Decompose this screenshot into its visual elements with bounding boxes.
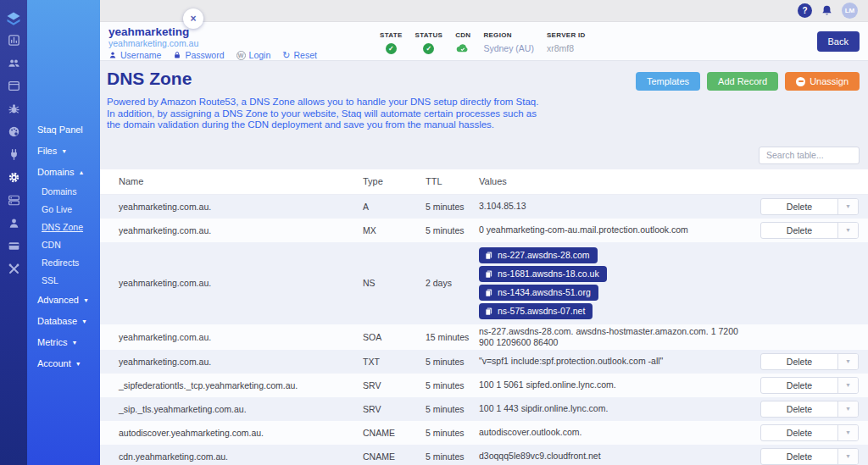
main-column: ? LM × yeahmarketing yeahmarketing.com.a… (100, 0, 868, 465)
team-icon[interactable] (8, 57, 20, 69)
ns-chip-list: ns-227.awsdns-28.comns-1681.awsdns-18.co… (479, 244, 749, 323)
stat-state: STATE✓ (380, 31, 403, 54)
sidebar-item-metrics[interactable]: Metrics▼ (27, 331, 100, 352)
browser-icon[interactable] (8, 80, 20, 92)
delete-button[interactable]: Delete▼ (760, 222, 859, 239)
app-window: Staq PanelFiles▼Domains▲DomainsGo LiveDN… (0, 0, 868, 465)
column-header-name: Name (119, 176, 363, 186)
cdn-cloud-icon (456, 43, 470, 53)
delete-button[interactable]: Delete▼ (760, 448, 859, 465)
sidebar-item-label: Go Live (42, 204, 72, 214)
record-actions: Delete▼ (756, 222, 868, 239)
unassign-button[interactable]: Unassign (785, 72, 860, 91)
sidebar-item-go-live[interactable]: Go Live (27, 200, 100, 218)
table-row: autodiscover.yeahmarketing.com.au.CNAME5… (100, 421, 868, 445)
user-avatar[interactable]: LM (842, 3, 858, 19)
delete-dropdown-toggle[interactable]: ▼ (837, 401, 858, 417)
search-input[interactable] (759, 147, 860, 164)
site-link-password[interactable]: Password (173, 50, 224, 60)
site-link-username[interactable]: Username (108, 50, 161, 60)
stat-label: CDN (455, 31, 470, 39)
bug-icon[interactable] (8, 102, 20, 115)
delete-button[interactable]: Delete▼ (760, 353, 859, 370)
copy-icon (484, 251, 493, 260)
sidebar-item-domains[interactable]: Domains▲ (27, 161, 100, 182)
sidebar-item-staq-panel[interactable]: Staq Panel (27, 119, 100, 140)
description-line: the domain validation during the CDN dep… (107, 119, 868, 131)
site-link-label: Login (249, 50, 271, 60)
sidebar-item-redirects[interactable]: Redirects (27, 253, 100, 271)
record-values: ns-227.awsdns-28.comns-1681.awsdns-18.co… (479, 244, 756, 323)
delete-dropdown-toggle[interactable]: ▼ (837, 378, 858, 393)
icon-rail (0, 0, 27, 465)
delete-label: Delete (761, 199, 837, 214)
status-ok-check-icon: ✓ (386, 43, 397, 54)
column-header-values: Values (479, 176, 756, 186)
sidebar-item-domains[interactable]: Domains (27, 182, 100, 200)
site-link-reset[interactable]: ↻Reset (282, 50, 317, 60)
back-button[interactable]: Back (817, 31, 860, 52)
add-record-button[interactable]: Add Record (707, 72, 778, 91)
help-icon[interactable]: ? (798, 3, 812, 18)
copy-value-chip[interactable]: ns-575.awsdns-07.net (479, 303, 593, 319)
chevron-down-icon: ▼ (61, 148, 67, 154)
settings-icon[interactable] (8, 171, 20, 184)
chip-label: ns-575.awsdns-07.net (498, 306, 585, 317)
sidebar-item-account[interactable]: Account▼ (27, 352, 100, 374)
sidebar-item-ssl[interactable]: SSL (27, 271, 100, 289)
delete-dropdown-toggle[interactable]: ▼ (837, 223, 858, 238)
billing-icon[interactable] (8, 240, 20, 252)
record-ttl: 5 minutes (426, 380, 479, 390)
staq-logo-icon[interactable] (5, 10, 22, 27)
record-ttl: 5 minutes (426, 451, 479, 462)
copy-value-chip[interactable]: ns-227.awsdns-28.com (479, 247, 598, 263)
record-type: NS (363, 278, 426, 288)
delete-dropdown-toggle[interactable]: ▼ (837, 449, 858, 464)
delete-dropdown-toggle[interactable]: ▼ (837, 199, 858, 214)
page-description: Powered by Amazon Route53, a DNS Zone al… (107, 97, 868, 131)
chevron-down-icon: ▼ (75, 361, 81, 367)
dns-records-table: NameTypeTTLValues yeahmarketing.com.au.A… (100, 169, 868, 465)
delete-button[interactable]: Delete▼ (760, 377, 859, 394)
analytics-icon[interactable] (8, 34, 20, 47)
delete-button[interactable]: Delete▼ (760, 424, 859, 441)
record-values: ns-227.awsdns-28.com. awsdns-hostmaster.… (479, 326, 756, 348)
delete-dropdown-toggle[interactable]: ▼ (837, 425, 858, 440)
table-row: _sipfederationtls._tcp.yeahmarketing.com… (100, 374, 868, 397)
delete-button[interactable]: Delete▼ (760, 198, 859, 215)
copy-value-chip[interactable]: ns-1681.awsdns-18.co.uk (479, 266, 607, 282)
sidebar-item-cdn[interactable]: CDN (27, 235, 100, 253)
stat-cdn: CDN (455, 31, 470, 54)
table-body: yeahmarketing.com.au.A5 minutes3.104.85.… (100, 195, 868, 465)
sidebar-item-label: Domains (42, 186, 76, 197)
delete-button[interactable]: Delete▼ (760, 401, 859, 418)
delete-label: Delete (761, 378, 837, 393)
page-action-buttons: Templates Add Record Unassign (636, 72, 860, 91)
record-values: 0 yeahmarketing-com-au.mail.protection.o… (479, 224, 756, 235)
record-name: yeahmarketing.com.au. (119, 225, 363, 235)
plugins-icon[interactable] (8, 148, 20, 161)
reset-icon: ↻ (282, 51, 290, 60)
notifications-bell-icon[interactable] (821, 4, 833, 17)
record-values: "v=spf1 include:spf.protection.outlook.c… (479, 356, 756, 367)
sidebar-item-advanced[interactable]: Advanced▼ (27, 289, 100, 310)
appearance-icon[interactable] (8, 125, 20, 138)
record-name: autodiscover.yeahmarketing.com.au. (119, 428, 363, 438)
site-link-label: Reset (293, 50, 316, 60)
stat-label: SERVER ID (547, 31, 586, 39)
sidebar-item-files[interactable]: Files▼ (27, 140, 100, 161)
site-link-login[interactable]: WLogin (236, 50, 271, 60)
table-row: _sip._tls.yeahmarketing.com.au.SRV5 minu… (100, 397, 868, 421)
copy-value-chip[interactable]: ns-1434.awsdns-51.org (479, 285, 598, 301)
delete-dropdown-toggle[interactable]: ▼ (837, 354, 858, 369)
hosting-icon[interactable] (8, 194, 20, 207)
tools-icon[interactable] (8, 263, 20, 275)
sidebar-item-database[interactable]: Database▼ (27, 310, 100, 331)
close-button[interactable]: × (183, 8, 203, 29)
sidebar-item-label: DNS Zone (42, 222, 83, 232)
profile-icon[interactable] (8, 217, 20, 230)
sidebar-item-label: SSL (42, 275, 58, 285)
sidebar-item-dns-zone[interactable]: DNS Zone (27, 218, 100, 235)
templates-button[interactable]: Templates (636, 72, 700, 91)
chevron-down-icon: ▼ (71, 340, 77, 346)
